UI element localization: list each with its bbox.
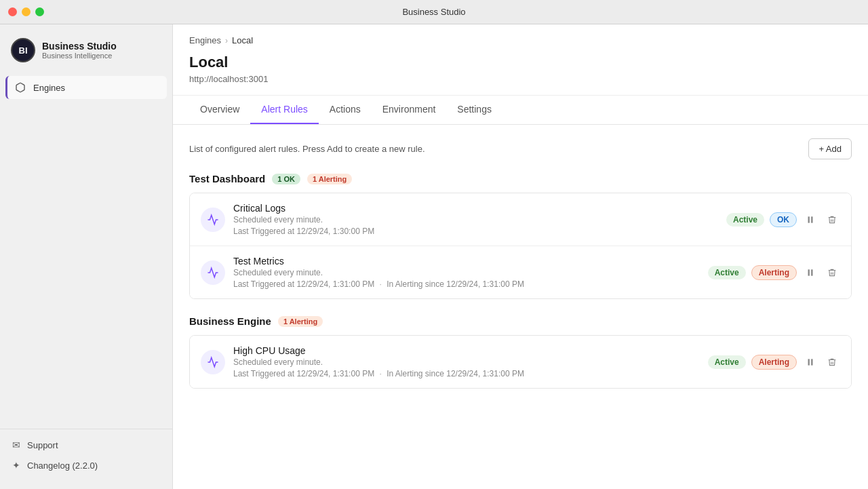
svg-rect-0: [808, 216, 810, 222]
sidebar: BI Business Studio Business Intelligence…: [0, 24, 173, 489]
sidebar-item-engines[interactable]: Engines: [5, 76, 167, 99]
brand-info: Business Studio Business Intelligence: [42, 41, 117, 60]
alert-rule-schedule-test-metrics: Scheduled every minute.: [233, 268, 708, 277]
breadcrumb: Engines › Local: [173, 24, 868, 51]
svg-rect-2: [808, 269, 810, 275]
tab-actions[interactable]: Actions: [319, 96, 372, 124]
alert-rules-list-test-dashboard: Critical Logs Scheduled every minute. La…: [189, 193, 852, 299]
alert-rule-row-test-metrics: Test Metrics Scheduled every minute. Las…: [190, 246, 851, 298]
alert-group-title-test-dashboard: Test Dashboard: [189, 173, 265, 184]
titlebar: Business Studio: [0, 0, 868, 24]
content-description: List of configured alert rules. Press Ad…: [189, 144, 425, 154]
tab-settings[interactable]: Settings: [446, 96, 502, 124]
breadcrumb-engines[interactable]: Engines: [189, 35, 221, 45]
sidebar-brand: BI Business Studio Business Intelligence: [0, 33, 172, 73]
delete-button-high-cpu[interactable]: [824, 354, 840, 370]
pause-button-high-cpu[interactable]: [802, 354, 818, 370]
close-button[interactable]: [8, 7, 17, 16]
alert-rule-row-high-cpu: High CPU Usage Scheduled every minute. L…: [190, 336, 851, 388]
status-alerting-high-cpu: Alerting: [751, 355, 797, 370]
alert-group-title-business-engine: Business Engine: [189, 315, 271, 327]
alert-rule-icon-critical-logs: [201, 208, 225, 232]
pause-button-test-metrics[interactable]: [802, 265, 818, 281]
pause-button-critical-logs[interactable]: [802, 212, 818, 228]
status-active-critical-logs: Active: [726, 213, 764, 227]
alert-group-header-test-dashboard: Test Dashboard 1 OK 1 Alerting: [189, 173, 852, 184]
tab-alert-rules[interactable]: Alert Rules: [250, 96, 318, 124]
status-active-high-cpu: Active: [708, 355, 746, 369]
page-title: Local: [189, 54, 852, 71]
page-url: http://localhost:3001: [189, 74, 852, 84]
alert-group-test-dashboard: Test Dashboard 1 OK 1 Alerting Critical: [189, 173, 852, 299]
maximize-button[interactable]: [35, 7, 44, 16]
brand-subtitle: Business Intelligence: [42, 52, 117, 60]
page-header: Local http://localhost:3001: [173, 51, 868, 96]
sidebar-item-support[interactable]: ✉ Support: [5, 435, 167, 455]
alert-rule-row-critical-logs: Critical Logs Scheduled every minute. La…: [190, 193, 851, 246]
alert-group-business-engine: Business Engine 1 Alerting High CPU Usag…: [189, 315, 852, 389]
alert-rule-schedule-critical-logs: Scheduled every minute.: [233, 215, 726, 224]
svg-rect-4: [808, 359, 810, 365]
envelope-icon: ✉: [12, 439, 20, 450]
svg-rect-1: [811, 216, 812, 222]
alert-rule-name-critical-logs: Critical Logs: [233, 203, 726, 214]
brand-name: Business Studio: [42, 41, 117, 52]
window-controls: [8, 7, 44, 16]
sidebar-item-changelog-label: Changelog (2.2.0): [27, 461, 98, 471]
svg-rect-3: [811, 269, 812, 275]
alert-rule-info-test-metrics: Test Metrics Scheduled every minute. Las…: [233, 256, 708, 289]
content-desc-row: List of configured alert rules. Press Ad…: [189, 138, 852, 159]
alert-rule-triggered-test-metrics: Last Triggered at 12/29/24, 1:31:00 PM ·…: [233, 279, 708, 289]
tab-overview[interactable]: Overview: [189, 96, 250, 124]
alert-rule-name-test-metrics: Test Metrics: [233, 256, 708, 267]
cube-icon: [14, 81, 26, 94]
badge-ok-test-dashboard: 1 OK: [272, 174, 300, 184]
alert-rule-schedule-high-cpu: Scheduled every minute.: [233, 357, 708, 367]
svg-rect-5: [811, 359, 812, 365]
delete-button-critical-logs[interactable]: [824, 212, 840, 228]
tabs: Overview Alert Rules Actions Environment…: [173, 96, 868, 125]
status-alerting-test-metrics: Alerting: [751, 265, 797, 280]
alert-rule-info-high-cpu: High CPU Usage Scheduled every minute. L…: [233, 345, 708, 378]
alert-group-header-business-engine: Business Engine 1 Alerting: [189, 315, 852, 327]
delete-button-test-metrics[interactable]: [824, 265, 840, 281]
add-button[interactable]: + Add: [808, 138, 852, 159]
window-title: Business Studio: [402, 7, 465, 17]
sidebar-item-changelog[interactable]: ✦ Changelog (2.2.0): [5, 455, 167, 475]
breadcrumb-current: Local: [232, 35, 253, 45]
sidebar-footer: ✉ Support ✦ Changelog (2.2.0): [0, 429, 172, 481]
badge-alerting-business-engine: 1 Alerting: [278, 316, 323, 327]
minimize-button[interactable]: [22, 7, 31, 16]
alert-rule-triggered-high-cpu: Last Triggered at 12/29/24, 1:31:00 PM ·…: [233, 369, 708, 378]
alert-rule-icon-test-metrics: [201, 260, 225, 285]
main-content: Engines › Local Local http://localhost:3…: [173, 24, 868, 489]
alert-rule-actions-test-metrics: Active Alerting: [708, 265, 840, 281]
breadcrumb-separator: ›: [225, 36, 228, 45]
star-icon: ✦: [12, 460, 20, 471]
alert-rule-info-critical-logs: Critical Logs Scheduled every minute. La…: [233, 203, 726, 236]
alert-rule-icon-high-cpu: [201, 350, 225, 374]
alert-rule-triggered-critical-logs: Last Triggered at 12/29/24, 1:30:00 PM: [233, 227, 726, 236]
brand-avatar: BI: [11, 38, 35, 62]
sidebar-nav: Engines: [0, 73, 172, 429]
alert-rule-actions-critical-logs: Active OK: [726, 212, 840, 228]
content-area: List of configured alert rules. Press Ad…: [173, 125, 868, 489]
alert-rules-list-business-engine: High CPU Usage Scheduled every minute. L…: [189, 335, 852, 389]
sidebar-item-engines-label: Engines: [33, 83, 65, 93]
status-active-test-metrics: Active: [708, 266, 746, 279]
sidebar-item-support-label: Support: [27, 440, 58, 450]
badge-alerting-test-dashboard: 1 Alerting: [307, 174, 352, 184]
tab-environment[interactable]: Environment: [372, 96, 447, 124]
status-ok-critical-logs: OK: [770, 212, 797, 227]
alert-rule-name-high-cpu: High CPU Usage: [233, 345, 708, 356]
alert-rule-actions-high-cpu: Active Alerting: [708, 354, 840, 370]
